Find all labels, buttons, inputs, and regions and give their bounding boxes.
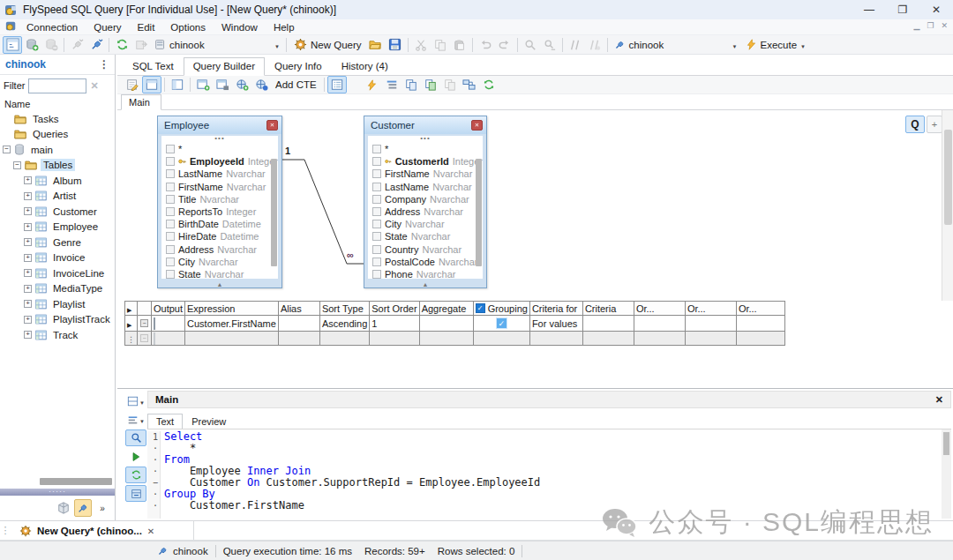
union-query-button[interactable]: Q bbox=[905, 116, 925, 133]
add-connection-button[interactable] bbox=[22, 36, 41, 54]
tree-item-track[interactable]: Track bbox=[0, 327, 115, 343]
field-checkbox[interactable] bbox=[372, 157, 381, 166]
menu-help[interactable]: Help bbox=[266, 22, 303, 33]
sidebar-splitter[interactable] bbox=[0, 489, 115, 496]
tab-text[interactable]: Text bbox=[147, 414, 183, 429]
col-or-1[interactable]: Or... bbox=[634, 302, 685, 316]
add-union-button[interactable]: + bbox=[927, 116, 942, 133]
copy-image-button[interactable] bbox=[421, 76, 440, 93]
run-sql-button[interactable] bbox=[125, 448, 146, 465]
collapse-card-icon[interactable] bbox=[158, 281, 281, 288]
field-checkbox[interactable] bbox=[166, 220, 175, 228]
expand-icon[interactable] bbox=[24, 316, 32, 324]
field-checkbox[interactable] bbox=[166, 157, 175, 166]
expand-icon[interactable] bbox=[24, 300, 32, 308]
or-cell[interactable] bbox=[634, 316, 685, 332]
tree-item-employee[interactable]: Employee bbox=[0, 220, 115, 235]
col-or-3[interactable]: Or... bbox=[736, 302, 784, 316]
menu-window[interactable]: Window bbox=[214, 22, 266, 33]
close-icon[interactable] bbox=[471, 120, 483, 131]
disconnect-icon[interactable] bbox=[86, 36, 106, 54]
field-row[interactable]: AddressNvarchar bbox=[161, 243, 278, 256]
aggregate-cell[interactable] bbox=[419, 316, 473, 332]
find-icon[interactable] bbox=[521, 36, 540, 54]
save-button[interactable] bbox=[386, 36, 405, 54]
copy-sql-button[interactable] bbox=[401, 76, 421, 93]
add-derived-table-button[interactable] bbox=[232, 76, 251, 93]
objects-view-button[interactable] bbox=[55, 499, 72, 517]
tree-item-tables[interactable]: Tables bbox=[0, 158, 115, 174]
field-checkbox[interactable] bbox=[372, 207, 381, 216]
col-alias[interactable]: Alias bbox=[278, 302, 319, 316]
grouping-checkbox[interactable] bbox=[496, 317, 507, 329]
col-output[interactable]: Output bbox=[152, 302, 185, 316]
tree-item-playlisttrack[interactable]: PlaylistTrack bbox=[0, 312, 115, 328]
expression-cell[interactable]: Customer.FirstName bbox=[185, 316, 279, 332]
field-checkbox[interactable] bbox=[166, 245, 175, 254]
field-row[interactable]: LastNameNvarchar bbox=[161, 168, 278, 180]
field-checkbox[interactable] bbox=[372, 183, 381, 191]
col-grouping[interactable]: Grouping bbox=[473, 302, 529, 316]
vertical-layout-button[interactable] bbox=[168, 76, 187, 93]
field-row[interactable]: FirstNameNvarchar bbox=[161, 181, 278, 193]
field-list-scrollbar[interactable] bbox=[271, 159, 277, 266]
col-or-2[interactable]: Or... bbox=[685, 302, 736, 316]
sort-order-cell[interactable]: 1 bbox=[370, 316, 419, 332]
field-checkbox[interactable] bbox=[372, 270, 381, 279]
new-query-button[interactable]: New Query bbox=[289, 36, 366, 54]
or-cell[interactable] bbox=[685, 316, 736, 332]
comment-icon[interactable] bbox=[566, 36, 585, 54]
tree-item-queries[interactable]: Queries bbox=[0, 127, 115, 143]
minimize-icon[interactable]: — bbox=[852, 0, 886, 19]
connect-icon[interactable] bbox=[67, 36, 86, 54]
tab-sql-text[interactable]: SQL Text bbox=[123, 57, 184, 75]
field-row[interactable]: StateNvarchar bbox=[368, 230, 483, 243]
col-aggregate[interactable]: Aggregate bbox=[419, 302, 473, 316]
field-row[interactable]: PostalCodeNvarchar bbox=[368, 256, 483, 268]
criteria-cell[interactable] bbox=[582, 316, 634, 332]
field-row[interactable]: PhoneNvarchar bbox=[368, 268, 483, 279]
diagram-options-button[interactable] bbox=[460, 76, 479, 93]
edit-derived-table-button[interactable] bbox=[251, 76, 271, 93]
properties-button[interactable] bbox=[327, 76, 347, 93]
execute-button[interactable]: Execute bbox=[741, 36, 811, 54]
col-sort-type[interactable]: Sort Type bbox=[319, 302, 369, 316]
or-cell[interactable] bbox=[736, 316, 784, 332]
subquery-tab-main[interactable]: Main bbox=[121, 94, 161, 110]
grid-new-row[interactable] bbox=[125, 332, 785, 346]
connection-select[interactable]: chinook bbox=[151, 36, 283, 54]
tree-item-invoice[interactable]: Invoice bbox=[0, 250, 115, 266]
field-checkbox[interactable] bbox=[372, 245, 381, 254]
expand-icon[interactable] bbox=[24, 223, 32, 231]
panel-menu-icon[interactable] bbox=[99, 58, 109, 71]
close-icon[interactable] bbox=[266, 120, 278, 131]
sort-type-cell[interactable]: Ascending bbox=[319, 316, 369, 332]
row-expand-button[interactable] bbox=[140, 319, 148, 327]
sidebar-horizontal-scrollbar[interactable] bbox=[40, 478, 112, 485]
table-card-header[interactable]: Employee bbox=[158, 116, 281, 134]
tree-item-genre[interactable]: Genre bbox=[0, 235, 115, 250]
field-row[interactable]: CityNvarchar bbox=[161, 256, 278, 268]
field-checkbox[interactable] bbox=[166, 207, 175, 216]
clear-filter-icon[interactable] bbox=[90, 80, 98, 92]
filter-input[interactable] bbox=[28, 78, 86, 93]
criteria-for-cell[interactable]: For values bbox=[529, 316, 582, 332]
field-row[interactable]: CompanyNvarchar bbox=[368, 193, 483, 205]
field-row[interactable]: * bbox=[368, 143, 483, 155]
grouping-cell[interactable] bbox=[473, 316, 529, 332]
field-checkbox[interactable] bbox=[372, 220, 381, 228]
undo-icon[interactable] bbox=[476, 36, 495, 54]
tab-history[interactable]: History (4) bbox=[332, 57, 398, 75]
output-checkbox[interactable] bbox=[154, 317, 155, 330]
field-checkbox[interactable] bbox=[166, 169, 175, 178]
save-object-button[interactable] bbox=[213, 76, 232, 93]
field-row[interactable]: AddressNvarchar bbox=[368, 205, 483, 218]
tree-item-customer[interactable]: Customer bbox=[0, 204, 115, 220]
expand-icon[interactable] bbox=[24, 192, 32, 200]
refresh-sql-button[interactable] bbox=[125, 467, 146, 483]
tree-item-album[interactable]: Album bbox=[0, 173, 115, 189]
open-file-button[interactable] bbox=[366, 36, 386, 54]
field-row[interactable]: EmployeeIdInteger bbox=[161, 155, 278, 168]
col-criteria[interactable]: Criteria bbox=[582, 302, 634, 316]
tree-item-tasks[interactable]: Tasks bbox=[0, 111, 115, 127]
